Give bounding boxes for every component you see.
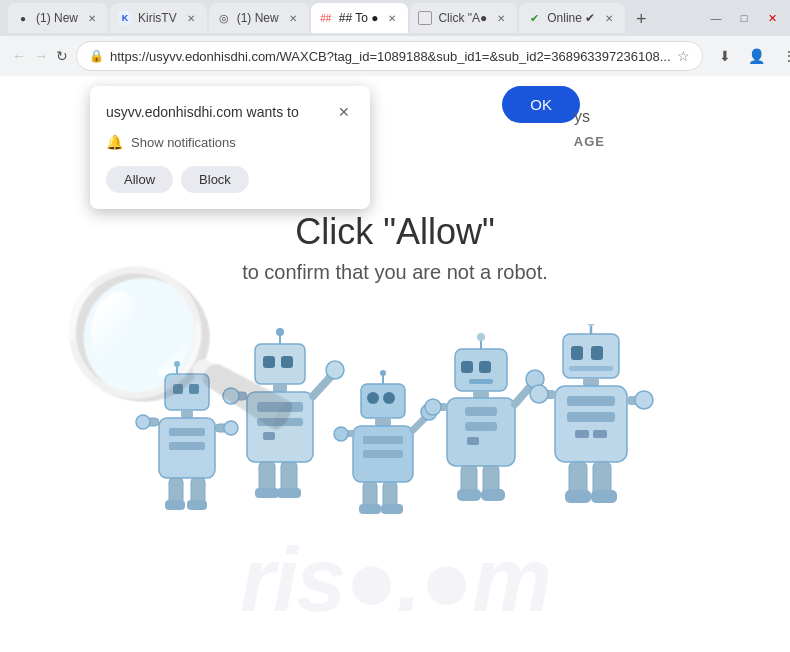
tab-3-close[interactable]: ✕ — [285, 10, 301, 26]
tab-3-title: (1) New — [237, 11, 279, 25]
svg-rect-33 — [255, 488, 279, 498]
svg-rect-51 — [381, 504, 403, 514]
svg-rect-22 — [273, 384, 287, 392]
forward-button[interactable]: → — [34, 42, 48, 70]
content-area: usyvv.edonhisdhi.com wants to ✕ 🔔 Show n… — [0, 76, 790, 652]
svg-rect-90 — [591, 490, 617, 503]
svg-rect-15 — [165, 500, 185, 510]
svg-point-76 — [586, 324, 596, 326]
title-bar: ● (1) New ✕ K KirisTV ✕ ◎ (1) New ✕ ## #… — [0, 0, 790, 36]
back-button[interactable]: ← — [12, 42, 26, 70]
popup-notification-row: 🔔 Show notifications — [106, 134, 354, 150]
minimize-button[interactable]: — — [706, 8, 726, 28]
tab-2-close[interactable]: ✕ — [183, 10, 199, 26]
svg-rect-7 — [169, 428, 205, 436]
block-button[interactable]: Block — [181, 166, 249, 193]
svg-rect-73 — [591, 346, 603, 360]
svg-rect-18 — [263, 356, 275, 368]
svg-rect-69 — [457, 489, 481, 501]
svg-rect-50 — [359, 504, 381, 514]
lock-icon: 🔒 — [89, 49, 104, 63]
tab-4-title: ## To ● — [339, 11, 379, 25]
tab-3[interactable]: ◎ (1) New ✕ — [209, 3, 309, 33]
svg-rect-72 — [571, 346, 583, 360]
svg-rect-2 — [189, 384, 199, 394]
tab-6-title: Online ✔ — [547, 11, 595, 25]
menu-icon[interactable]: ⋮ — [775, 42, 791, 70]
svg-rect-54 — [479, 361, 491, 373]
popup-buttons: Allow Block — [106, 166, 354, 193]
watermark-text: ris●.●m — [240, 529, 550, 632]
svg-rect-24 — [257, 402, 303, 412]
address-bar: ← → ↻ 🔒 https://usyvv.edonhisdhi.com/WAX… — [0, 36, 790, 76]
allow-button[interactable]: Allow — [106, 166, 173, 193]
tab-1-close[interactable]: ✕ — [84, 10, 100, 26]
svg-rect-82 — [593, 430, 607, 438]
popup-header: usyvv.edonhisdhi.com wants to ✕ — [106, 102, 354, 122]
show-notifications-label: Show notifications — [131, 135, 236, 150]
svg-point-57 — [477, 333, 485, 341]
svg-point-37 — [383, 392, 395, 404]
svg-rect-89 — [565, 490, 591, 503]
maximize-button[interactable]: □ — [734, 8, 754, 28]
refresh-button[interactable]: ↻ — [56, 42, 68, 70]
svg-rect-25 — [257, 418, 303, 426]
svg-rect-80 — [567, 412, 615, 422]
svg-rect-61 — [465, 422, 497, 431]
tab-5-close[interactable]: ✕ — [493, 10, 509, 26]
tab-1-favicon: ● — [16, 11, 30, 25]
svg-rect-55 — [469, 379, 493, 384]
tab-6-favicon: ✔ — [527, 11, 541, 25]
svg-rect-16 — [187, 500, 207, 510]
svg-rect-58 — [473, 391, 489, 398]
svg-rect-79 — [567, 396, 615, 406]
svg-rect-74 — [569, 366, 613, 371]
address-input[interactable]: 🔒 https://usyvv.edonhisdhi.com/WAXCB?tag… — [76, 41, 703, 71]
tab-2[interactable]: K KirisTV ✕ — [110, 3, 207, 33]
svg-rect-70 — [481, 489, 505, 501]
bell-icon: 🔔 — [106, 134, 123, 150]
bookmark-icon[interactable]: ☆ — [677, 48, 690, 64]
svg-rect-8 — [169, 442, 205, 450]
svg-rect-19 — [281, 356, 293, 368]
popup-title: usyvv.edonhisdhi.com wants to — [106, 104, 299, 120]
svg-rect-53 — [461, 361, 473, 373]
svg-rect-81 — [575, 430, 589, 438]
svg-point-36 — [367, 392, 379, 404]
tab-5-title: Click "A● — [438, 11, 487, 25]
toolbar-icons: ⬇ 👤 ⋮ — [711, 42, 791, 70]
svg-rect-0 — [165, 374, 209, 410]
tab-4-close[interactable]: ✕ — [384, 10, 400, 26]
download-icon[interactable]: ⬇ — [711, 42, 739, 70]
sub-heading: to confirm that you are not a robot. — [242, 261, 548, 284]
tab-1[interactable]: ● (1) New ✕ — [8, 3, 108, 33]
tab-6-close[interactable]: ✕ — [601, 10, 617, 26]
svg-point-64 — [425, 399, 441, 415]
robots-illustration — [135, 324, 655, 518]
browser-frame: ● (1) New ✕ K KirisTV ✕ ◎ (1) New ✕ ## #… — [0, 0, 790, 652]
close-button[interactable]: ✕ — [762, 8, 782, 28]
main-heading: Click "Allow" — [295, 211, 495, 253]
svg-rect-35 — [361, 384, 405, 418]
svg-rect-60 — [465, 407, 497, 416]
svg-point-39 — [380, 370, 386, 376]
svg-point-21 — [276, 328, 284, 336]
svg-rect-1 — [173, 384, 183, 394]
svg-rect-77 — [583, 378, 599, 386]
tab-5-favicon — [418, 11, 432, 25]
svg-point-4 — [174, 361, 180, 367]
svg-rect-42 — [363, 436, 403, 444]
tab-6[interactable]: ✔ Online ✔ ✕ — [519, 3, 625, 33]
new-tab-button[interactable]: + — [627, 5, 655, 33]
svg-rect-34 — [277, 488, 301, 498]
profile-icon[interactable]: 👤 — [743, 42, 771, 70]
svg-point-86 — [635, 391, 653, 409]
svg-point-28 — [223, 388, 239, 404]
popup-close-button[interactable]: ✕ — [334, 102, 354, 122]
svg-point-45 — [334, 427, 348, 441]
svg-rect-62 — [467, 437, 479, 445]
tab-3-favicon: ◎ — [217, 11, 231, 25]
svg-rect-17 — [255, 344, 305, 384]
tab-4[interactable]: ## ## To ● ✕ — [311, 3, 409, 33]
tab-5[interactable]: Click "A● ✕ — [410, 3, 517, 33]
